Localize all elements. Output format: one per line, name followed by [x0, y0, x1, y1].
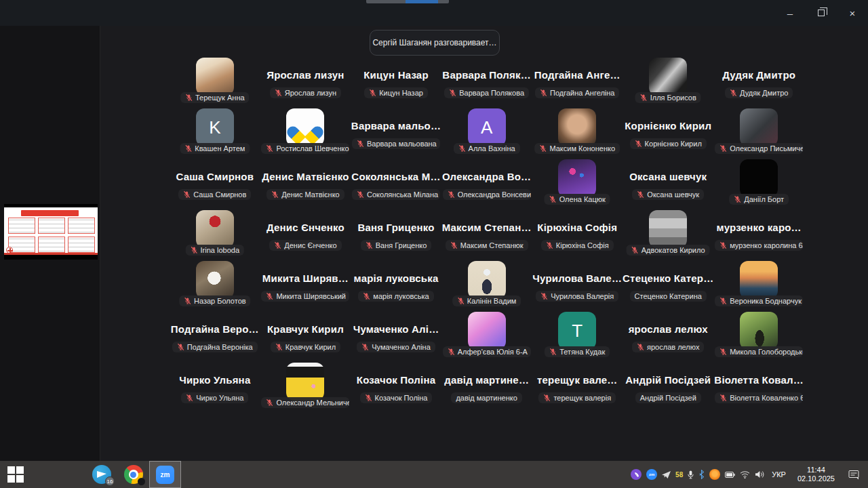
tray-zoom[interactable]: zm — [646, 469, 657, 480]
participant-name: марія луковська — [354, 272, 439, 284]
participant-tile[interactable]: давід мартине…давід мартиненко — [441, 359, 532, 410]
participant-tile[interactable]: KКвашен Артем — [170, 105, 260, 156]
muted-mic-icon — [546, 241, 553, 249]
participant-tile[interactable]: Ваня ГриценкоВаня Гриценко — [351, 207, 441, 258]
participant-tile[interactable]: Соколянська М…Соколянська Мілана — [351, 156, 441, 207]
participant-tile[interactable]: Максим Степан…Максим Степанюк — [441, 207, 532, 258]
muted-mic-icon — [719, 394, 727, 402]
participant-tile[interactable]: Кравчук КирилКравчук Кирил — [260, 308, 351, 359]
participant-name-label: мурзенко каролина 6А — [715, 240, 803, 251]
participant-tile[interactable]: Терещук Анна — [170, 54, 260, 105]
participant-tile[interactable]: Даніїл Борт — [713, 156, 804, 207]
participant-tile[interactable]: Варвара Поляк…Варвара Полякова — [441, 54, 532, 105]
minimize-button[interactable]: – — [774, 0, 806, 26]
participant-tile[interactable]: терещук вале…терещук валерія — [532, 359, 623, 410]
tray-bluetooth[interactable] — [698, 470, 705, 479]
label-text: Олександр Мельниче… — [276, 399, 349, 407]
tray-viber[interactable] — [631, 469, 642, 480]
slide-box — [38, 218, 65, 234]
taskbar-telegram-button[interactable]: 16 — [85, 461, 117, 488]
heart-avatar — [286, 108, 324, 146]
participant-tile[interactable]: Адвокатов Кирило — [623, 207, 713, 258]
participant-tile[interactable]: Чумаченко Алі…Чумаченко Аліна — [351, 308, 441, 359]
participant-name-label: Кицун Назар — [364, 87, 428, 98]
participant-tile[interactable]: Максим Кононенко — [532, 105, 623, 156]
participant-tile[interactable]: Віолетта Ковал…Віолетта Коваленко 6-… — [713, 359, 804, 410]
tray-telegram[interactable] — [662, 471, 671, 479]
action-center-button[interactable] — [844, 461, 864, 488]
tray-fifty-eight[interactable]: 58 — [675, 471, 683, 479]
participant-name: Саша Смирнов — [176, 171, 254, 182]
participant-tile[interactable]: марія луковськамарія луковська — [351, 258, 441, 308]
participant-tile[interactable]: Ростислав Шевченко — [260, 105, 351, 156]
participant-name-label: Олександр Письмиче… — [715, 143, 803, 154]
participant-name-label: Калінін Вадим — [452, 296, 521, 306]
participant-tile[interactable]: Подгайна Веро…Подгайна Вероніка — [170, 308, 260, 359]
participant-tile[interactable]: Калінін Вадим — [441, 258, 532, 308]
participant-tile[interactable]: мурзенко каро…мурзенко каролина 6А — [713, 207, 804, 258]
tray-battery[interactable] — [725, 472, 735, 478]
tray-security[interactable] — [709, 469, 720, 480]
tray-microphone[interactable] — [688, 470, 694, 479]
participant-tile[interactable]: Алфер'єва Юлія 6-А — [441, 308, 532, 359]
participant-tile[interactable]: Денис ЄнченкоДенис Єнченко — [260, 207, 351, 258]
taskbar-clock[interactable]: 11:44 02.10.2025 — [797, 466, 835, 483]
participant-tile[interactable]: Олександра Во…Олександра Вонсевич — [441, 156, 532, 207]
participant-tile[interactable]: Денис МатвієнкоДенис Матвієнко — [260, 156, 351, 207]
participant-name-label: Корнієнко Кирил — [630, 138, 707, 149]
participant-tile[interactable]: Кірюхіна СофіяКірюхіна Софія — [532, 207, 623, 258]
participant-tile[interactable]: Оксана шевчукОксана шевчук — [623, 156, 713, 207]
participant-name: Стеценко Катер… — [623, 272, 713, 284]
participant-tile[interactable]: Микита Ширяв…Микита Ширявський — [260, 258, 351, 308]
participant-tile[interactable]: Дудяк ДмитроДудяк Дмитро — [713, 54, 804, 105]
photo-avatar — [196, 58, 234, 96]
label-text: Ваня Гриценко — [376, 241, 427, 249]
taskbar-chrome-button[interactable] — [117, 461, 149, 488]
tray-volume[interactable] — [755, 470, 764, 479]
letter-avatar: A — [468, 108, 506, 146]
participant-tile[interactable]: Корнієнко КирилКорнієнко Кирил — [623, 105, 713, 156]
background-window-tab-strip[interactable] — [366, 0, 449, 3]
participant-tile[interactable]: Чирко УльянаЧирко Ульяна — [170, 359, 260, 410]
tray-wifi[interactable] — [740, 470, 750, 479]
participant-tile[interactable]: Андрій ПосідзейАндрій Посідзей — [623, 359, 713, 410]
language-indicator[interactable]: УКР — [772, 470, 786, 479]
start-button[interactable] — [0, 461, 31, 488]
participant-name-label: Подгайна Ангеліна — [535, 87, 619, 98]
muted-mic-icon — [539, 144, 547, 152]
close-button[interactable]: × — [837, 0, 868, 26]
participant-tile[interactable]: Микола Голобородько — [713, 308, 804, 359]
taskbar-zoom-button[interactable]: zm — [149, 461, 181, 488]
muted-mic-icon — [369, 89, 376, 97]
participant-tile[interactable]: Назар Болотов — [170, 258, 260, 308]
participant-tile[interactable]: AАлла Вахніна — [441, 105, 532, 156]
label-text: Олена Кацюк — [559, 195, 606, 203]
participant-name-label: Терещук Анна — [180, 92, 250, 103]
participant-name-label: Денис Єнченко — [269, 240, 341, 251]
participant-tile[interactable]: Козачок ПолінаКозачок Поліна — [351, 359, 441, 410]
participant-name-label: Чирко Ульяна — [181, 392, 248, 403]
participant-tile[interactable]: Олександр Мельниче… — [260, 359, 351, 410]
participant-tile[interactable]: ярослав лелюхярослав лелюх — [623, 308, 713, 359]
restore-button[interactable] — [806, 0, 837, 26]
participant-tile[interactable]: Чурилова Вале…Чурилова Валерія — [532, 258, 623, 308]
participant-tile[interactable]: Вероника Боднарчук — [713, 258, 804, 308]
participant-tile[interactable]: Саша СмирновСаша Смирнов — [170, 156, 260, 207]
label-text: Кицун Назар — [379, 89, 423, 97]
muted-mic-icon — [363, 292, 370, 300]
participant-tile[interactable]: Irina loboda — [170, 207, 260, 258]
participant-tile[interactable]: Варвара мальо…Варвара мальована — [351, 105, 441, 156]
gpu-58-indicator: 58 — [675, 471, 683, 479]
participant-tile[interactable]: Олена Кацюк — [532, 156, 623, 207]
shared-screen-thumbnail[interactable] — [4, 204, 98, 260]
label-text: марія луковська — [373, 292, 429, 300]
participant-tile[interactable]: Олександр Письмиче… — [713, 105, 804, 156]
participant-tile[interactable]: Ілля Борисов — [623, 54, 713, 105]
participant-tile[interactable]: Кицун НазарКицун Назар — [351, 54, 441, 105]
participant-tile[interactable]: Ярослав лизунЯрослав лизун — [260, 54, 351, 105]
participant-tile[interactable]: Подгайна Анге…Подгайна Ангеліна — [532, 54, 623, 105]
participant-tile[interactable]: TТетяна Кудак — [532, 308, 623, 359]
label-text: Дудяк Дмитро — [740, 89, 789, 97]
participant-name: Соколянська М… — [351, 171, 440, 182]
participant-tile[interactable]: Стеценко Катер…Стеценко Катерина — [623, 258, 713, 308]
